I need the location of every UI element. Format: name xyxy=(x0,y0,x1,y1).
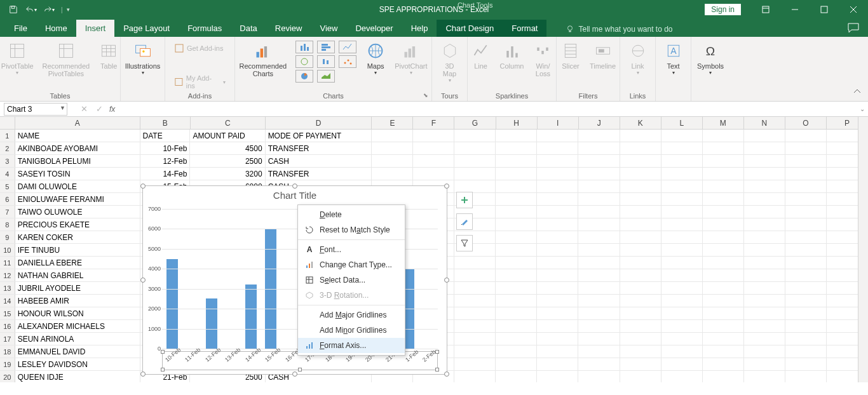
cell[interactable] xyxy=(661,307,703,319)
collapse-ribbon-icon[interactable] xyxy=(853,87,862,98)
pivottable-button[interactable]: PivotTable▾ xyxy=(0,39,37,79)
ctx-font[interactable]: AFont... xyxy=(298,242,405,257)
row-header[interactable]: 17 xyxy=(0,333,15,345)
row-header[interactable]: 1 xyxy=(0,130,15,142)
chart-elements-button[interactable] xyxy=(456,192,473,208)
column-header[interactable]: H xyxy=(496,117,538,129)
cell[interactable] xyxy=(496,180,537,192)
cell[interactable] xyxy=(496,193,537,205)
row-header[interactable]: 20 xyxy=(0,371,15,382)
cell[interactable] xyxy=(620,320,661,332)
cell[interactable] xyxy=(496,231,537,243)
cell[interactable] xyxy=(744,142,785,154)
cell[interactable] xyxy=(703,130,744,142)
charts-dialog-launcher[interactable]: ⬊ xyxy=(421,91,430,100)
formula-input[interactable] xyxy=(118,103,857,116)
cell[interactable] xyxy=(454,180,496,192)
cell[interactable] xyxy=(454,320,496,332)
column-header[interactable]: K xyxy=(620,117,661,129)
cell[interactable] xyxy=(661,168,703,180)
cell[interactable] xyxy=(744,295,785,307)
cell[interactable] xyxy=(537,244,578,256)
cell[interactable] xyxy=(496,206,537,218)
cell[interactable] xyxy=(454,168,496,180)
cell[interactable] xyxy=(661,333,703,345)
tab-review[interactable]: Review xyxy=(266,20,311,37)
cell[interactable] xyxy=(661,231,703,243)
chart-filters-button[interactable] xyxy=(456,235,473,251)
cell[interactable] xyxy=(413,130,454,142)
cell[interactable] xyxy=(785,371,827,382)
column-header[interactable]: A xyxy=(15,117,140,129)
cell[interactable] xyxy=(454,295,496,307)
cell[interactable] xyxy=(703,218,744,231)
pie-chart-icon[interactable] xyxy=(295,70,313,83)
cell[interactable]: EMMANUEL DAVID xyxy=(15,345,140,358)
cell[interactable] xyxy=(703,282,744,294)
sparkline-line-button[interactable]: Line xyxy=(467,39,495,79)
tab-file[interactable]: File xyxy=(5,20,36,37)
cell[interactable] xyxy=(578,193,620,205)
cell[interactable] xyxy=(785,244,827,256)
cell[interactable] xyxy=(413,155,454,167)
cell[interactable] xyxy=(537,180,578,192)
cell[interactable] xyxy=(537,257,578,269)
sign-in-button[interactable]: Sign in xyxy=(705,4,741,15)
cell[interactable] xyxy=(744,168,785,180)
cell[interactable] xyxy=(785,295,827,307)
tab-developer[interactable]: Developer xyxy=(346,20,402,37)
row-header[interactable]: 6 xyxy=(0,193,15,205)
get-addins-button[interactable]: Get Add-ins xyxy=(172,42,226,55)
column-header[interactable]: J xyxy=(579,117,620,129)
redo-icon[interactable]: ▾ xyxy=(41,2,57,17)
cell[interactable] xyxy=(578,307,620,319)
maps-button[interactable]: Maps▾ xyxy=(362,39,390,77)
row-header[interactable]: 8 xyxy=(0,218,15,231)
cell[interactable] xyxy=(578,206,620,218)
expand-formula-bar-icon[interactable]: ⌄ xyxy=(857,105,868,112)
column-header[interactable]: O xyxy=(785,117,827,129)
cell[interactable] xyxy=(661,257,703,269)
cell[interactable] xyxy=(744,358,785,370)
cell[interactable] xyxy=(703,257,744,269)
cell[interactable] xyxy=(620,180,661,192)
cell[interactable] xyxy=(744,282,785,294)
3d-map-button[interactable]: 3D Map▾ xyxy=(436,39,464,84)
cell[interactable] xyxy=(744,307,785,319)
statistic-chart-icon[interactable] xyxy=(317,55,335,68)
bar-chart-icon[interactable] xyxy=(317,41,335,53)
cell[interactable] xyxy=(578,333,620,345)
cell[interactable] xyxy=(496,269,537,281)
cell[interactable]: QUEEN IDJE xyxy=(15,371,140,382)
row-header[interactable]: 18 xyxy=(0,345,15,358)
cell[interactable]: AKINBOADE AYOBAMI xyxy=(15,142,140,154)
cell[interactable] xyxy=(785,231,827,243)
cell[interactable] xyxy=(744,193,785,205)
minimize-icon[interactable] xyxy=(780,0,810,19)
cell[interactable] xyxy=(578,345,620,358)
cell[interactable] xyxy=(496,333,537,345)
cell[interactable] xyxy=(620,358,661,370)
cell[interactable]: TRANSFER xyxy=(266,168,372,180)
row-header[interactable]: 16 xyxy=(0,320,15,332)
cell[interactable] xyxy=(661,180,703,192)
row-header[interactable]: 9 xyxy=(0,231,15,243)
chart-styles-button[interactable] xyxy=(456,213,473,230)
row-header[interactable]: 19 xyxy=(0,358,15,370)
cell[interactable] xyxy=(537,193,578,205)
tab-format[interactable]: Format xyxy=(503,20,546,37)
cell[interactable] xyxy=(496,142,537,154)
cell[interactable] xyxy=(413,168,454,180)
cell[interactable] xyxy=(661,244,703,256)
cell[interactable] xyxy=(703,193,744,205)
select-all-corner[interactable] xyxy=(0,117,15,129)
ctx-change-chart-type[interactable]: Change Chart Type... xyxy=(298,257,405,272)
tell-me-search[interactable]: Tell me what you want to do xyxy=(559,22,679,37)
cell[interactable] xyxy=(620,244,661,256)
cell[interactable] xyxy=(372,130,413,142)
row-header[interactable]: 3 xyxy=(0,155,15,167)
cell[interactable] xyxy=(661,282,703,294)
cell[interactable] xyxy=(785,333,827,345)
qat-customize-icon[interactable]: ▾ xyxy=(67,6,70,13)
cell[interactable] xyxy=(496,371,537,382)
